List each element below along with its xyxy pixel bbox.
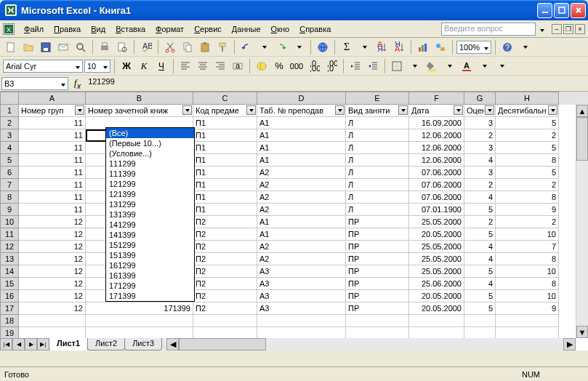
cell[interactable]: 10 bbox=[496, 290, 559, 302]
filter-option[interactable]: 171399 bbox=[106, 291, 194, 301]
search-button[interactable] bbox=[73, 39, 89, 55]
cell[interactable]: 4 bbox=[464, 191, 496, 204]
help-search-input[interactable]: Введите вопрос bbox=[441, 23, 536, 36]
row-header[interactable]: 12 bbox=[0, 241, 19, 253]
cell[interactable]: 5 bbox=[464, 228, 496, 241]
cell[interactable]: 10 bbox=[496, 228, 559, 241]
cell[interactable]: А2 bbox=[257, 241, 346, 253]
spelling-button[interactable]: ABC bbox=[138, 39, 154, 55]
cell[interactable]: А1 bbox=[257, 154, 346, 167]
cell[interactable]: А3 bbox=[257, 290, 346, 302]
cell[interactable]: 12 bbox=[19, 253, 86, 265]
filter-option[interactable]: 171299 bbox=[106, 281, 194, 291]
formatting-toolbar-options[interactable] bbox=[494, 58, 510, 74]
autosum-button[interactable]: Σ bbox=[339, 39, 355, 55]
toolbar-options[interactable] bbox=[517, 39, 533, 55]
help-dropdown[interactable] bbox=[536, 25, 547, 33]
decrease-indent-button[interactable] bbox=[347, 58, 363, 74]
cell[interactable]: 2 bbox=[496, 129, 559, 142]
cell[interactable]: А2 bbox=[257, 191, 346, 204]
cell[interactable]: 5 bbox=[496, 142, 559, 154]
percent-button[interactable]: % bbox=[271, 58, 287, 74]
menu-file[interactable]: Файл bbox=[19, 23, 49, 35]
undo-button[interactable] bbox=[238, 39, 254, 55]
filter-button-E[interactable] bbox=[398, 105, 408, 115]
cell[interactable]: 2 bbox=[496, 216, 559, 228]
cell[interactable] bbox=[19, 315, 86, 327]
name-box[interactable]: B3 bbox=[1, 77, 68, 90]
row-header[interactable]: 2 bbox=[0, 117, 19, 129]
print-button[interactable] bbox=[97, 39, 113, 55]
zoom-combobox[interactable]: 100% bbox=[456, 41, 491, 54]
mdi-minimize-button[interactable]: – bbox=[552, 24, 562, 34]
cell[interactable]: 16.09.2000 bbox=[409, 117, 464, 129]
copy-button[interactable] bbox=[180, 39, 196, 55]
cell[interactable]: 8 bbox=[496, 278, 559, 290]
filter-button-B[interactable] bbox=[182, 105, 192, 115]
menu-format[interactable]: Формат bbox=[150, 23, 189, 35]
cell[interactable]: П2 bbox=[193, 216, 257, 228]
row-header[interactable]: 7 bbox=[0, 179, 19, 191]
cell[interactable]: ПР bbox=[346, 278, 409, 290]
menu-edit[interactable]: Правка bbox=[49, 23, 86, 35]
cell[interactable]: 20.05.2000 bbox=[409, 302, 464, 315]
cell[interactable]: 07.06.2000 bbox=[409, 167, 464, 179]
cell[interactable]: 10 bbox=[496, 265, 559, 278]
column-header-F[interactable]: F bbox=[409, 92, 464, 105]
horizontal-scrollbar[interactable]: ◀ ▶ bbox=[166, 338, 576, 350]
column-header-C[interactable]: C bbox=[193, 92, 257, 105]
cell[interactable]: 12 bbox=[19, 290, 86, 302]
cell[interactable]: 07.06.2000 bbox=[409, 179, 464, 191]
cell[interactable]: 9 bbox=[496, 302, 559, 315]
cell[interactable]: 12.06.2000 bbox=[409, 154, 464, 167]
row-header[interactable]: 8 bbox=[0, 191, 19, 204]
cell[interactable]: 11 bbox=[19, 142, 86, 154]
cell[interactable] bbox=[346, 315, 409, 327]
cell[interactable]: 12.06.2000 bbox=[409, 142, 464, 154]
cell[interactable]: 5 bbox=[464, 204, 496, 216]
currency-button[interactable] bbox=[254, 58, 270, 74]
cell[interactable]: 20.05.2000 bbox=[409, 228, 464, 241]
cell[interactable] bbox=[257, 315, 346, 327]
cell[interactable]: Л bbox=[346, 154, 409, 167]
menu-help[interactable]: Справка bbox=[294, 23, 336, 35]
cell[interactable]: П2 bbox=[193, 253, 257, 265]
help-button[interactable]: ? bbox=[499, 39, 515, 55]
cell[interactable]: 2 bbox=[464, 129, 496, 142]
row-header[interactable]: 9 bbox=[0, 204, 19, 216]
cell[interactable]: Л bbox=[346, 204, 409, 216]
filter-option[interactable]: 131399 bbox=[106, 209, 194, 220]
autofilter-dropdown[interactable]: (Все)(Первые 10...)(Условие...)111299111… bbox=[105, 127, 195, 302]
row-header[interactable]: 18 bbox=[0, 315, 19, 327]
menu-tools[interactable]: Сервис bbox=[189, 23, 227, 35]
cell[interactable]: А3 bbox=[257, 265, 346, 278]
open-button[interactable] bbox=[20, 39, 36, 55]
increase-decimal-button[interactable]: ,0,00 bbox=[306, 58, 322, 74]
header-cell-F[interactable]: Дата bbox=[409, 105, 464, 117]
header-cell-A[interactable]: Номер груп bbox=[19, 105, 86, 117]
bold-button[interactable]: Ж bbox=[118, 58, 134, 74]
cell[interactable] bbox=[496, 327, 559, 338]
header-cell-E[interactable]: Вид заняти bbox=[346, 105, 409, 117]
cell[interactable]: П2 bbox=[193, 265, 257, 278]
cell[interactable]: П2 bbox=[193, 290, 257, 302]
scroll-left-button[interactable]: ◀ bbox=[166, 338, 179, 350]
row-header[interactable]: 13 bbox=[0, 253, 19, 265]
cell[interactable]: А1 bbox=[257, 216, 346, 228]
borders-button[interactable] bbox=[389, 58, 405, 74]
cell[interactable] bbox=[86, 327, 193, 338]
cell[interactable] bbox=[346, 327, 409, 338]
row-header[interactable]: 4 bbox=[0, 142, 19, 154]
cell[interactable]: 12 bbox=[19, 302, 86, 315]
cell[interactable]: 3 bbox=[464, 142, 496, 154]
cell[interactable]: А2 bbox=[257, 204, 346, 216]
cell[interactable] bbox=[193, 327, 257, 338]
cell[interactable]: А2 bbox=[257, 179, 346, 191]
filter-option[interactable]: 141399 bbox=[106, 230, 194, 240]
header-cell-D[interactable]: Таб. № преподав bbox=[257, 105, 346, 117]
cell[interactable]: ПР bbox=[346, 241, 409, 253]
filter-button-F[interactable] bbox=[454, 105, 463, 115]
vertical-scrollbar[interactable]: ▲ ▼ bbox=[576, 105, 588, 338]
filter-option[interactable]: 131299 bbox=[106, 199, 194, 209]
cell[interactable]: П1 bbox=[193, 204, 257, 216]
